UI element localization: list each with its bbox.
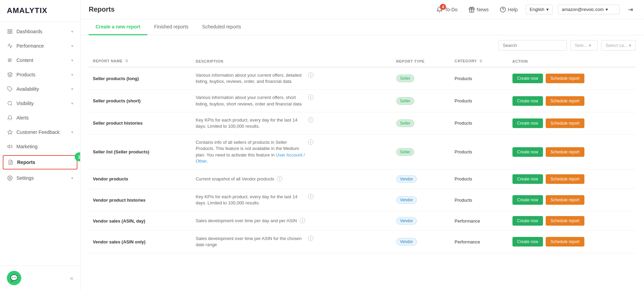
tab-create-report[interactable]: Create a new report	[89, 19, 147, 35]
chevron-down-icon: ▾	[71, 44, 73, 48]
sidebar-item-marketing[interactable]: Marketing	[0, 139, 80, 154]
sidebar-item-label-visibility: Visibility	[16, 101, 34, 106]
info-icon[interactable]: i	[277, 176, 282, 181]
star-icon	[7, 129, 13, 135]
schedule-report-button[interactable]: Schedule report	[546, 118, 584, 128]
action-cell: Create now Schedule report	[512, 216, 632, 226]
help-button[interactable]: Help	[497, 5, 521, 14]
description-cell: Key KPIs for each product, every day for…	[196, 194, 305, 206]
create-now-button[interactable]: Create now	[512, 195, 543, 205]
sidebar-item-reports[interactable]: Reports	[3, 155, 77, 169]
create-now-button[interactable]: Create now	[512, 96, 543, 106]
info-icon[interactable]: i	[300, 218, 305, 223]
action-cell: Create now Schedule report	[512, 74, 632, 83]
svg-rect-0	[8, 29, 10, 31]
sidebar-item-availability[interactable]: Availability ▾	[0, 82, 80, 96]
report-name-cell: Seller list (Seller products)	[93, 149, 149, 154]
report-name-cell: Vendor products	[93, 176, 128, 181]
chevron-down-icon: ▾	[71, 58, 73, 63]
info-icon[interactable]: i	[308, 139, 313, 145]
col-category[interactable]: CATEGORY ⇅	[450, 55, 508, 67]
report-type-badge: Seller	[396, 97, 414, 105]
schedule-report-button[interactable]: Schedule report	[546, 96, 584, 106]
type-filter-chevron: ▾	[589, 43, 591, 48]
sidebar-item-dashboards[interactable]: Dashboards ▾	[0, 24, 80, 39]
megaphone-icon	[7, 143, 13, 150]
table-body: Seller products (long) Various informati…	[89, 67, 636, 253]
description-cell: Various information about your current o…	[196, 72, 305, 85]
sidebar-item-label-settings: Settings	[16, 175, 34, 181]
description-cell: Sales development over time per day and …	[196, 218, 297, 224]
sidebar-item-label-availability: Availability	[16, 86, 39, 92]
category-cell: Products	[455, 149, 472, 154]
sidebar-item-visibility[interactable]: Visibility ▾	[0, 96, 80, 111]
todo-button[interactable]: 4 To-Do	[434, 5, 460, 14]
category-filter[interactable]: Select ca... ▾	[601, 40, 636, 51]
news-button[interactable]: News	[466, 5, 492, 14]
sidebar-item-label-products: Products	[16, 72, 35, 77]
chat-button[interactable]: 💬	[7, 271, 21, 285]
sidebar-item-alerts[interactable]: Alerts	[0, 111, 80, 125]
report-name-cell: Vendor product histories	[93, 198, 146, 203]
create-now-button[interactable]: Create now	[512, 74, 543, 83]
svg-rect-1	[10, 29, 12, 31]
account-selector[interactable]: amazon@revoic.com ▾	[558, 4, 620, 14]
tag-icon	[7, 86, 13, 92]
report-name-cell: Seller product histories	[93, 121, 143, 126]
schedule-report-button[interactable]: Schedule report	[546, 216, 584, 226]
schedule-report-button[interactable]: Schedule report	[546, 147, 584, 157]
create-now-button[interactable]: Create now	[512, 216, 543, 226]
description-cell: Current snapshot of all Vendor products	[196, 176, 274, 182]
action-cell: Create now Schedule report	[512, 118, 632, 128]
sidebar-item-products[interactable]: Products ▾	[0, 67, 80, 82]
type-filter[interactable]: Sele... ▾	[570, 40, 598, 51]
create-now-button[interactable]: Create now	[512, 174, 543, 184]
account-value: amazon@revoic.com	[562, 7, 604, 12]
category-filter-chevron: ▾	[629, 43, 631, 48]
info-icon[interactable]: i	[308, 194, 313, 199]
report-name-cell: Vendor sales (ASIN only)	[93, 239, 146, 244]
action-cell: Create now Schedule report	[512, 195, 632, 205]
chevron-down-icon: ▾	[71, 73, 73, 77]
tab-finished-reports[interactable]: Finished reports	[147, 19, 195, 35]
search-input[interactable]	[498, 40, 567, 51]
table-row: Vendor products Current snapshot of all …	[89, 169, 636, 189]
report-name-cell: Vendor sales (ASIN, day)	[93, 218, 145, 224]
svg-marker-12	[8, 145, 10, 148]
col-report-name[interactable]: REPORT NAME ⇅	[89, 55, 191, 67]
category-cell: Products	[455, 176, 472, 181]
main-content: Reports 4 To-Do News Help English ▾	[80, 0, 644, 290]
language-selector[interactable]: English ▾	[526, 4, 553, 14]
svg-marker-11	[8, 130, 12, 134]
info-icon[interactable]: i	[308, 236, 313, 241]
sidebar-item-customer-feedback[interactable]: Customer Feedback ▾	[0, 125, 80, 139]
logout-button[interactable]: ⇥	[625, 4, 636, 15]
sidebar-item-settings[interactable]: Settings ▾	[0, 171, 80, 185]
page-body: Create a new report Finished reports Sch…	[80, 19, 644, 290]
table-row: Seller products (long) Various informati…	[89, 67, 636, 90]
sidebar-item-label-dashboards: Dashboards	[16, 29, 42, 34]
package-icon	[7, 72, 13, 78]
category-cell: Performance	[455, 218, 480, 224]
schedule-report-button[interactable]: Schedule report	[546, 174, 584, 184]
page-title: Reports	[89, 5, 115, 13]
create-now-button[interactable]: Create now	[512, 147, 543, 157]
schedule-report-button[interactable]: Schedule report	[546, 74, 584, 83]
collapse-sidebar-button[interactable]: «	[70, 275, 73, 282]
category-filter-label: Select ca...	[606, 43, 628, 48]
schedule-report-button[interactable]: Schedule report	[546, 237, 584, 247]
chevron-down-icon: ▾	[71, 130, 73, 135]
info-icon[interactable]: i	[308, 94, 313, 100]
report-type-badge: Vendor	[396, 238, 417, 245]
sidebar-item-performance[interactable]: Performance ▾	[0, 39, 80, 53]
description-cell: Sales development over time per ASIN for…	[196, 236, 305, 248]
info-icon[interactable]: i	[308, 72, 313, 78]
report-name-cell: Seller products (short)	[93, 98, 140, 103]
tab-scheduled-reports[interactable]: Scheduled reports	[195, 19, 248, 35]
chevron-down-icon: ▾	[71, 29, 73, 34]
info-icon[interactable]: i	[308, 117, 313, 123]
sidebar-item-content[interactable]: Content ▾	[0, 53, 80, 67]
create-now-button[interactable]: Create now	[512, 118, 543, 128]
schedule-report-button[interactable]: Schedule report	[546, 195, 584, 205]
create-now-button[interactable]: Create now	[512, 237, 543, 247]
